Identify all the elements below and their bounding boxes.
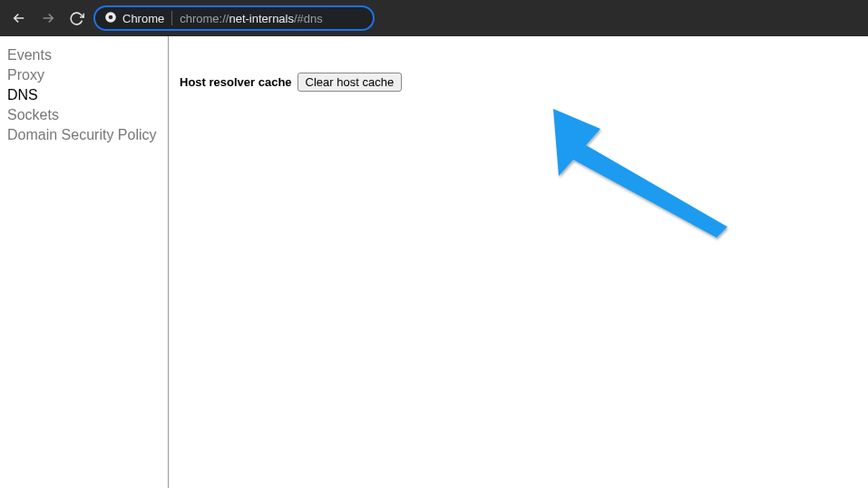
svg-point-1: [109, 15, 113, 19]
sidebar-item-sockets[interactable]: Sockets: [7, 105, 168, 125]
sidebar: Events Proxy DNS Sockets Domain Security…: [0, 36, 169, 488]
host-resolver-row: Host resolver cache Clear host cache: [180, 73, 868, 92]
annotation-arrow-icon: [546, 102, 736, 250]
reload-icon[interactable]: [69, 11, 84, 26]
page-content: Events Proxy DNS Sockets Domain Security…: [0, 36, 868, 488]
sidebar-item-events[interactable]: Events: [7, 45, 168, 65]
chrome-icon: [104, 11, 117, 26]
chrome-chip: Chrome: [104, 11, 164, 26]
chrome-label: Chrome: [122, 12, 164, 25]
nav-buttons: [7, 10, 84, 26]
browser-toolbar: Chrome chrome://net-internals/#dns: [0, 0, 868, 36]
main-panel: Host resolver cache Clear host cache: [169, 36, 868, 488]
clear-host-cache-button[interactable]: Clear host cache: [297, 73, 403, 92]
sidebar-item-dns[interactable]: DNS: [7, 85, 168, 105]
svg-marker-2: [553, 109, 727, 238]
back-icon[interactable]: [11, 10, 27, 26]
sidebar-item-proxy[interactable]: Proxy: [7, 65, 168, 85]
host-resolver-label: Host resolver cache: [180, 75, 292, 89]
omnibox-divider: [171, 11, 172, 25]
address-bar[interactable]: Chrome chrome://net-internals/#dns: [93, 5, 375, 31]
sidebar-item-domain-security-policy[interactable]: Domain Security Policy: [7, 125, 168, 145]
url-text: chrome://net-internals/#dns: [180, 12, 323, 25]
forward-icon[interactable]: [40, 10, 56, 26]
